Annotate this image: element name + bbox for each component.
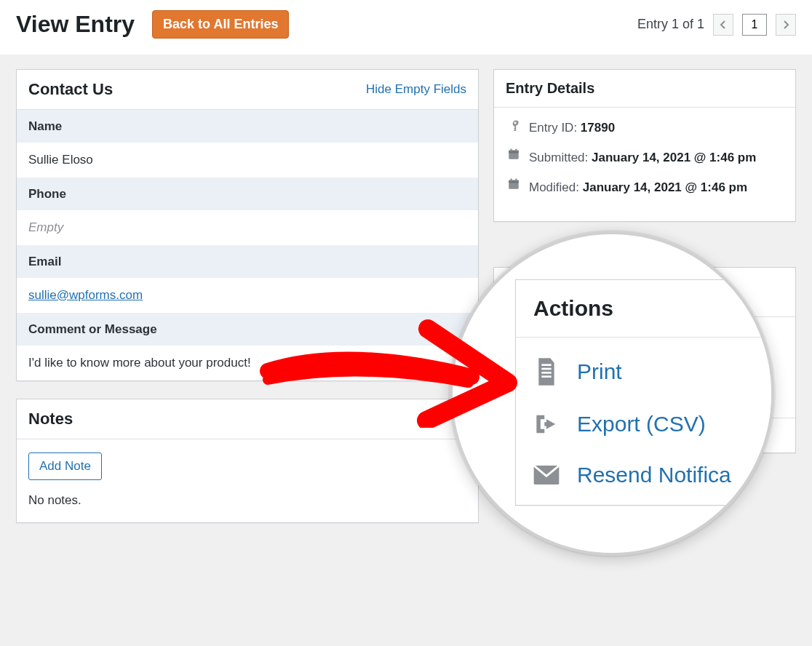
action-export-label: Export (CSV) bbox=[539, 362, 612, 377]
contact-panel-header: Contact Us Hide Empty Fields bbox=[17, 70, 478, 110]
detail-id-text: Entry ID: 17890 bbox=[529, 118, 782, 137]
export-icon bbox=[507, 362, 532, 377]
detail-modified-label: Modified: bbox=[529, 180, 579, 194]
field-label-email: Email bbox=[17, 245, 478, 278]
svg-rect-12 bbox=[519, 368, 522, 370]
action-star-label: St bbox=[526, 426, 538, 441]
mail-icon bbox=[507, 393, 532, 404]
svg-rect-8 bbox=[517, 337, 522, 338]
action-print-label: Print bbox=[539, 333, 565, 348]
notes-panel-title: Notes bbox=[28, 410, 73, 428]
svg-rect-10 bbox=[517, 340, 522, 341]
entry-details-panel: Entry Details Entry ID: 17890 bbox=[493, 69, 796, 222]
detail-submitted-text: Submitted: January 14, 2021 @ 1:46 pm bbox=[529, 148, 782, 167]
add-note-button[interactable]: Add Note bbox=[28, 452, 102, 480]
detail-id-value: 17890 bbox=[581, 121, 615, 135]
svg-rect-3 bbox=[515, 149, 517, 152]
detail-row-id: Entry ID: 17890 bbox=[507, 118, 782, 137]
field-value-phone: Empty bbox=[17, 210, 478, 245]
action-resend-label: Resend Notifica bbox=[539, 391, 626, 406]
pager-text: Entry 1 of 1 bbox=[637, 17, 704, 32]
body-area: Contact Us Hide Empty Fields Name Sullie… bbox=[0, 55, 812, 555]
calendar-icon bbox=[507, 178, 522, 191]
email-link[interactable]: sullie@wpforms.com bbox=[28, 288, 143, 302]
entry-details-title: Entry Details bbox=[506, 80, 594, 97]
svg-rect-9 bbox=[517, 338, 522, 339]
entry-details-body: Entry ID: 17890 Submitted: January 14, 2… bbox=[494, 108, 795, 221]
calendar-icon bbox=[507, 148, 522, 161]
detail-row-modified: Modified: January 14, 2021 @ 1:46 pm bbox=[507, 178, 782, 197]
field-label-comment: Comment or Message bbox=[17, 313, 478, 346]
notes-panel-header: Notes bbox=[17, 399, 478, 439]
header-left: View Entry Back to All Entries bbox=[16, 10, 289, 39]
svg-marker-14 bbox=[509, 426, 520, 437]
action-star[interactable]: St bbox=[494, 418, 795, 452]
svg-rect-7 bbox=[515, 179, 517, 182]
action-print[interactable]: Print bbox=[507, 326, 782, 355]
contact-fields: Name Sullie Eloso Phone Empty Email sull… bbox=[17, 110, 478, 380]
action-resend[interactable]: Resend Notifica bbox=[507, 384, 782, 413]
field-value-comment: I'd like to know more about your product… bbox=[17, 346, 478, 380]
field-label-name: Name bbox=[17, 110, 478, 143]
header-right: Entry 1 of 1 bbox=[637, 14, 796, 36]
svg-rect-1 bbox=[509, 151, 519, 153]
entry-details-header: Entry Details bbox=[494, 70, 795, 108]
document-icon bbox=[507, 333, 532, 348]
field-value-email: sullie@wpforms.com bbox=[17, 278, 478, 313]
pager-input[interactable] bbox=[742, 14, 767, 36]
star-icon bbox=[507, 426, 520, 442]
contact-panel: Contact Us Hide Empty Fields Name Sullie… bbox=[16, 69, 479, 381]
pager-prev-button[interactable] bbox=[713, 14, 733, 36]
detail-row-submitted: Submitted: January 14, 2021 @ 1:46 pm bbox=[507, 148, 782, 167]
detail-id-label: Entry ID: bbox=[529, 121, 577, 135]
actions-title: Actions bbox=[507, 281, 576, 303]
back-to-entries-button[interactable]: Back to All Entries bbox=[152, 10, 289, 39]
actions-panel: Actions Print Export (CSV) bbox=[493, 267, 796, 453]
svg-rect-11 bbox=[517, 343, 522, 343]
field-label-phone: Phone bbox=[17, 178, 478, 210]
detail-modified-value: January 14, 2021 @ 1:46 pm bbox=[583, 180, 747, 194]
chevron-right-icon bbox=[782, 20, 789, 29]
detail-modified-text: Modified: January 14, 2021 @ 1:46 pm bbox=[529, 178, 782, 197]
left-column: Contact Us Hide Empty Fields Name Sullie… bbox=[16, 69, 479, 541]
notes-body: Add Note No notes. bbox=[17, 439, 478, 522]
no-notes-text: No notes. bbox=[28, 493, 466, 508]
hide-empty-fields-link[interactable]: Hide Empty Fields bbox=[366, 82, 466, 97]
actions-body: Print Export (CSV) Resend Notifica bbox=[494, 317, 795, 418]
chevron-left-icon bbox=[720, 20, 727, 29]
notes-panel: Notes Add Note No notes. bbox=[16, 399, 479, 523]
actions-header: Actions bbox=[494, 268, 795, 317]
pager-next-button[interactable] bbox=[776, 14, 796, 36]
page-header: View Entry Back to All Entries Entry 1 o… bbox=[0, 0, 812, 55]
key-icon bbox=[507, 118, 522, 131]
svg-rect-6 bbox=[511, 179, 512, 182]
detail-submitted-label: Submitted: bbox=[529, 151, 588, 164]
page-title: View Entry bbox=[16, 11, 135, 38]
contact-panel-title: Contact Us bbox=[28, 80, 113, 99]
detail-submitted-value: January 14, 2021 @ 1:46 pm bbox=[592, 151, 756, 164]
right-column: Entry Details Entry ID: 17890 bbox=[493, 69, 796, 471]
svg-rect-5 bbox=[509, 180, 519, 183]
field-value-name: Sullie Eloso bbox=[17, 143, 478, 178]
action-export[interactable]: Export (CSV) bbox=[507, 355, 782, 384]
svg-rect-2 bbox=[511, 149, 512, 152]
